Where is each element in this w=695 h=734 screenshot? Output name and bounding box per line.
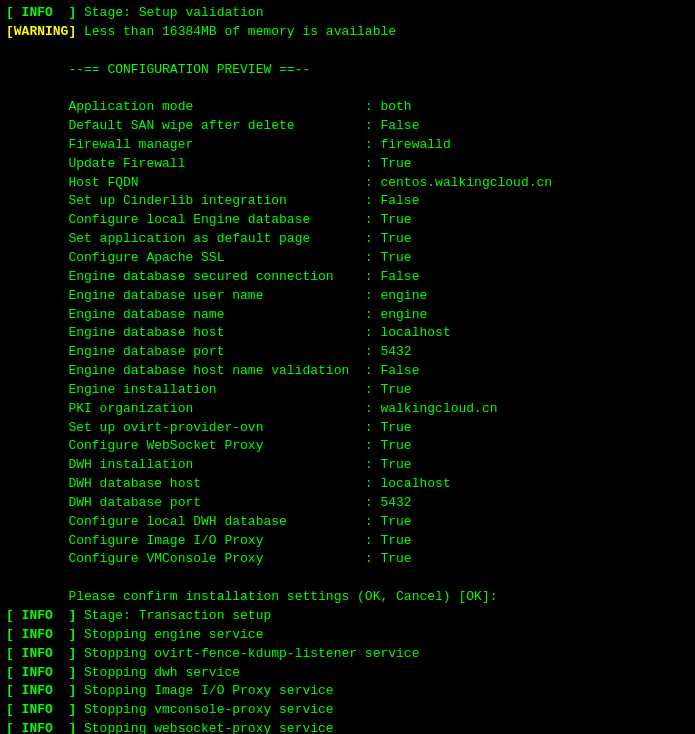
config-key: Host FQDN — [6, 174, 365, 193]
config-key: Configure Apache SSL — [6, 249, 365, 268]
terminal-line: Engine database host : localhost — [6, 324, 689, 343]
config-key: Engine database host name validation — [6, 362, 365, 381]
log-badge: [ INFO ] — [6, 607, 76, 626]
terminal-line: Update Firewall : True — [6, 155, 689, 174]
config-key: Firewall manager — [6, 136, 365, 155]
config-value: engine — [380, 306, 427, 325]
config-key: Configure VMConsole Proxy — [6, 550, 365, 569]
config-key: DWH database host — [6, 475, 365, 494]
log-message: Stopping dwh service — [76, 664, 240, 683]
config-key: Set up Cinderlib integration — [6, 192, 365, 211]
log-message: Less than 16384MB of memory is available — [76, 23, 396, 42]
terminal-line: DWH database host : localhost — [6, 475, 689, 494]
terminal-line: Engine database port : 5432 — [6, 343, 689, 362]
config-key: Configure local Engine database — [6, 211, 365, 230]
config-value: firewalld — [380, 136, 450, 155]
log-message: Stopping engine service — [76, 626, 263, 645]
config-key: Update Firewall — [6, 155, 365, 174]
config-value: 5432 — [380, 494, 411, 513]
terminal-line: [ INFO ] Stopping vmconsole-proxy servic… — [6, 701, 689, 720]
config-key: Set application as default page — [6, 230, 365, 249]
terminal-line: Application mode : both — [6, 98, 689, 117]
terminal-line: Engine database host name validation : F… — [6, 362, 689, 381]
terminal-line: Configure Image I/O Proxy : True — [6, 532, 689, 551]
config-value: True — [380, 456, 411, 475]
log-badge: [ INFO ] — [6, 701, 76, 720]
config-value: both — [380, 98, 411, 117]
terminal-line: Set up ovirt-provider-ovn : True — [6, 419, 689, 438]
config-key: Application mode — [6, 98, 365, 117]
plain-text: --== CONFIGURATION PREVIEW ==-- — [6, 61, 310, 80]
config-key: Engine database secured connection — [6, 268, 365, 287]
config-value: True — [380, 230, 411, 249]
config-value: True — [380, 419, 411, 438]
terminal-line: [ INFO ] Stopping ovirt-fence-kdump-list… — [6, 645, 689, 664]
log-message: Stopping vmconsole-proxy service — [76, 701, 333, 720]
config-value: False — [380, 192, 419, 211]
terminal-line: Firewall manager : firewalld — [6, 136, 689, 155]
config-value: True — [380, 550, 411, 569]
log-badge: [WARNING] — [6, 23, 76, 42]
terminal-line: DWH installation : True — [6, 456, 689, 475]
terminal-line: Engine database user name : engine — [6, 287, 689, 306]
log-badge: [ INFO ] — [6, 645, 76, 664]
config-value: True — [380, 381, 411, 400]
terminal-line: Configure Apache SSL : True — [6, 249, 689, 268]
terminal-line: Set application as default page : True — [6, 230, 689, 249]
config-key: Engine database name — [6, 306, 365, 325]
terminal-line: DWH database port : 5432 — [6, 494, 689, 513]
config-key: PKI organization — [6, 400, 365, 419]
config-value: True — [380, 155, 411, 174]
log-message: Stage: Setup validation — [76, 4, 263, 23]
log-message: Stage: Transaction setup — [76, 607, 271, 626]
log-message: Stopping ovirt-fence-kdump-listener serv… — [76, 645, 419, 664]
config-key: Engine installation — [6, 381, 365, 400]
log-badge: [ INFO ] — [6, 720, 76, 734]
log-badge: [ INFO ] — [6, 626, 76, 645]
terminal-line: Configure local DWH database : True — [6, 513, 689, 532]
config-key: Set up ovirt-provider-ovn — [6, 419, 365, 438]
config-value: True — [380, 249, 411, 268]
config-value: False — [380, 117, 419, 136]
plain-text: Please confirm installation settings (OK… — [6, 588, 497, 607]
config-value: True — [380, 437, 411, 456]
terminal-line: [ INFO ] Stage: Setup validation — [6, 4, 689, 23]
config-key: Configure local DWH database — [6, 513, 365, 532]
terminal-line: --== CONFIGURATION PREVIEW ==-- — [6, 61, 689, 80]
terminal-line: [ INFO ] Stopping dwh service — [6, 664, 689, 683]
terminal-line: [ INFO ] Stage: Transaction setup — [6, 607, 689, 626]
config-key: Configure Image I/O Proxy — [6, 532, 365, 551]
terminal-line: Please confirm installation settings (OK… — [6, 588, 689, 607]
terminal-line: [ INFO ] Stopping engine service — [6, 626, 689, 645]
config-value: True — [380, 532, 411, 551]
terminal-line: Configure WebSocket Proxy : True — [6, 437, 689, 456]
config-key: Engine database user name — [6, 287, 365, 306]
log-message: Stopping Image I/O Proxy service — [76, 682, 333, 701]
config-value: False — [380, 362, 419, 381]
terminal-line: Configure VMConsole Proxy : True — [6, 550, 689, 569]
terminal-line: PKI organization : walkingcloud.cn — [6, 400, 689, 419]
terminal-line — [6, 79, 689, 98]
config-key: Engine database port — [6, 343, 365, 362]
terminal-line: [ INFO ] Stopping websocket-proxy servic… — [6, 720, 689, 734]
config-key: DWH installation — [6, 456, 365, 475]
config-key: Default SAN wipe after delete — [6, 117, 365, 136]
terminal-line: Configure local Engine database : True — [6, 211, 689, 230]
terminal-line — [6, 42, 689, 61]
config-value: True — [380, 211, 411, 230]
terminal-line: Engine database name : engine — [6, 306, 689, 325]
terminal-line: [WARNING] Less than 16384MB of memory is… — [6, 23, 689, 42]
config-value: walkingcloud.cn — [380, 400, 497, 419]
config-value: 5432 — [380, 343, 411, 362]
config-value: centos.walkingcloud.cn — [380, 174, 552, 193]
terminal-line — [6, 569, 689, 588]
terminal-line: Engine installation : True — [6, 381, 689, 400]
terminal-window: [ INFO ] Stage: Setup validation[WARNING… — [6, 4, 689, 734]
config-value: localhost — [380, 324, 450, 343]
config-value: localhost — [380, 475, 450, 494]
log-badge: [ INFO ] — [6, 682, 76, 701]
config-key: Engine database host — [6, 324, 365, 343]
config-key: Configure WebSocket Proxy — [6, 437, 365, 456]
config-value: True — [380, 513, 411, 532]
log-message: Stopping websocket-proxy service — [76, 720, 333, 734]
